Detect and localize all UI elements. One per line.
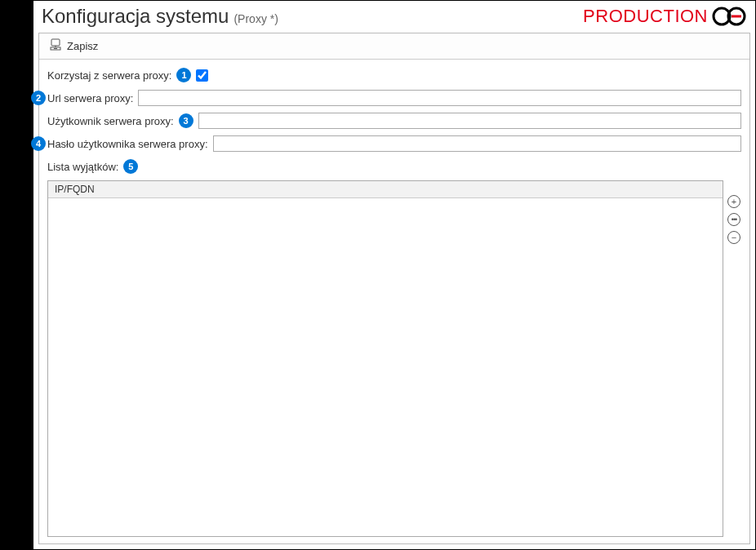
row-user: Użytkownik serwera proxy: 3 — [47, 112, 741, 130]
content-box: Zapisz Korzystaj z serwera proxy: 1 2 Ur… — [38, 33, 750, 544]
environment-wrap: PRODUCTION — [583, 5, 747, 28]
save-button-label: Zapisz — [67, 40, 98, 52]
save-button[interactable]: Zapisz — [46, 37, 101, 55]
page-title-wrap: Konfiguracja systemu (Proxy *) — [42, 5, 278, 28]
user-input[interactable] — [198, 113, 741, 129]
row-password: 4 Hasło użytkownika serwera proxy: — [47, 135, 741, 153]
form-area: Korzystaj z serwera proxy: 1 2 Url serwe… — [39, 60, 749, 543]
row-exceptions-label: Lista wyjątków: 5 — [47, 157, 741, 175]
badge-4: 4 — [31, 136, 46, 151]
save-icon — [49, 38, 62, 54]
exceptions-column-header: IP/FQDN — [48, 181, 723, 198]
use-proxy-checkbox[interactable] — [196, 69, 208, 82]
remove-exception-button[interactable]: − — [727, 231, 740, 244]
page-title: Konfiguracja systemu — [42, 5, 229, 28]
ellipsis-icon: ••• — [732, 216, 736, 224]
minus-icon: − — [732, 233, 736, 242]
user-label: Użytkownik serwera proxy: — [47, 115, 174, 127]
plus-icon: + — [732, 197, 736, 206]
exceptions-wrap: IP/FQDN + ••• − — [47, 180, 741, 537]
svg-rect-3 — [51, 39, 60, 46]
exceptions-side-buttons: + ••• − — [727, 180, 741, 537]
main-area: Konfiguracja systemu (Proxy *) PRODUCTIO… — [33, 1, 755, 549]
url-label: Url serwera proxy: — [47, 92, 133, 104]
left-sidebar-strip — [1, 1, 33, 549]
use-proxy-label: Korzystaj z serwera proxy: — [47, 69, 171, 82]
badge-2: 2 — [31, 91, 46, 105]
exceptions-label: Lista wyjątków: — [47, 161, 118, 173]
badge-5: 5 — [123, 159, 138, 174]
badge-3: 3 — [179, 113, 193, 128]
add-exception-button[interactable]: + — [727, 195, 740, 208]
edit-exception-button[interactable]: ••• — [727, 213, 740, 226]
environment-label: PRODUCTION — [583, 6, 708, 27]
password-label: Hasło użytkownika serwera proxy: — [47, 138, 208, 150]
header: Konfiguracja systemu (Proxy *) PRODUCTIO… — [38, 3, 750, 33]
row-url: 2 Url serwera proxy: — [47, 89, 741, 107]
row-use-proxy: Korzystaj z serwera proxy: 1 — [47, 66, 741, 84]
logo-icon — [711, 5, 747, 28]
url-input[interactable] — [138, 90, 741, 106]
exceptions-grid-body[interactable] — [48, 198, 723, 536]
password-input[interactable] — [213, 135, 741, 152]
toolbar: Zapisz — [39, 33, 749, 60]
page-subtitle: (Proxy *) — [233, 12, 278, 25]
exceptions-grid[interactable]: IP/FQDN — [47, 180, 723, 537]
app-frame: Konfiguracja systemu (Proxy *) PRODUCTIO… — [0, 0, 756, 550]
badge-1: 1 — [176, 68, 191, 82]
